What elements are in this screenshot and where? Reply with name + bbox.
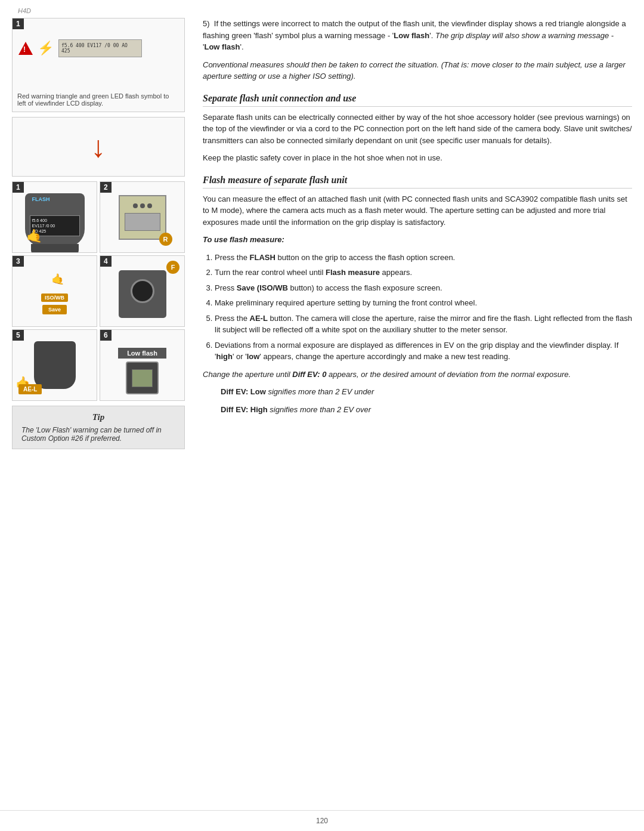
grid-cell-2: 2 R: [100, 181, 185, 253]
warning-triangle-icon: [18, 42, 33, 55]
grid-cell-6: 6 Low flash: [100, 329, 185, 401]
hand-icon-1: 🤙: [26, 228, 42, 244]
cell1-content: FLASH f5.6 400 EV117 /0 00 AO 425 🤙: [23, 186, 86, 249]
steps-list: Press the FLASH button on the grip to ac…: [203, 252, 632, 363]
grid-cell-5: 5 🤙 AE-L: [12, 329, 97, 401]
lcd-text: f5.6 400 EV117 /0 00 AO 425: [61, 43, 139, 54]
left-column: 1 ⚡ f5.6 400 EV117 /0 00 AO 425 Red warn…: [12, 18, 191, 810]
change-aperture-text: Change the aperture until Diff EV: 0 app…: [203, 369, 632, 381]
grid-cell-4: 4 F: [100, 255, 185, 327]
lens-icon: [131, 279, 154, 303]
flash-bolt-icon: ⚡: [38, 41, 54, 56]
grip-screen: [132, 369, 153, 387]
flash-measure-bold: Flash measure: [326, 268, 380, 277]
grid-cell-3-number: 3: [13, 256, 24, 267]
grid-figures: 1 FLASH f5.6 400 EV117 /0 00 AO 425 🤙: [12, 181, 185, 401]
to-use-title: To use flash measure:: [203, 234, 632, 246]
tip-box: Tip The 'Low Flash' warning can be turne…: [12, 406, 185, 449]
lcd-panel-icon: [119, 195, 166, 240]
high-bold: high: [216, 352, 232, 361]
grid-cell-3: 3 🤙 ISO/WB Save: [12, 255, 97, 327]
lcd-dot-2: [140, 203, 145, 208]
lcd-dot-3: [147, 203, 152, 208]
ae-l-label: AE-L: [18, 384, 42, 394]
intro-item5-text: 5) If the settings were incorrect to mat…: [203, 18, 632, 53]
low-flash-bold-1: Low flash: [394, 31, 429, 40]
grid-cell-4-number: 4: [100, 256, 112, 267]
grid-cell-5-number: 5: [13, 330, 24, 341]
step-1: Press the FLASH button on the grip to ac…: [215, 252, 632, 264]
right-column: 5) If the settings were incorrect to mat…: [191, 18, 632, 810]
low-flash-bold-2: Low flash: [204, 42, 240, 51]
iso-wb-label: ISO/WB: [41, 294, 68, 302]
flash-bold: FLASH: [250, 253, 275, 262]
lcd-screen: [125, 213, 160, 231]
brand-label: H4D: [18, 7, 31, 14]
step-6: Deviations from a normal exposure are di…: [215, 339, 632, 363]
diff-ev-high-text: Diff EV: High signifies more than 2 EV o…: [221, 404, 632, 416]
step-3: Press Save (ISO/WB button) to access the…: [215, 282, 632, 294]
step-4: Make preliminary required aperture setti…: [215, 297, 632, 309]
step-5: Press the AE-L button. The camera will c…: [215, 313, 632, 336]
tip-title: Tip: [21, 412, 175, 422]
diff-ev-high-bold: Diff EV: High: [221, 405, 268, 414]
grid-cell-6-number: 6: [100, 330, 112, 341]
diff-ev-low-bold: Diff EV: Low: [221, 387, 266, 396]
conventional-note: Conventional measures should then be tak…: [203, 59, 632, 82]
arrow-down-box: ↓: [12, 117, 185, 177]
section-title-1: Separate flash unit connection and use: [203, 93, 632, 107]
save-label: Save: [42, 305, 67, 314]
cell5-content: 🤙 AE-L: [13, 330, 97, 400]
grid-cell-1: 1 FLASH f5.6 400 EV117 /0 00 AO 425 🤙: [12, 181, 97, 253]
section1-p2: Keep the plastic safety cover in place i…: [203, 152, 632, 164]
content-area: 1 ⚡ f5.6 400 EV117 /0 00 AO 425 Red warn…: [0, 18, 644, 810]
step-2: Turn the rear control wheel until Flash …: [215, 267, 632, 279]
lcd-dot-1: [133, 203, 138, 208]
page-header: H4D: [0, 0, 644, 18]
low-bold: low: [247, 352, 260, 361]
page: H4D 1 ⚡ f5.6 400 EV117 /0 00 AO 425 Red …: [0, 0, 644, 831]
camera-lcd-row: ⚡ f5.6 400 EV117 /0 00 AO 425: [18, 39, 142, 57]
figure-1-number: 1: [13, 18, 24, 29]
grid-cell-2-number: 2: [100, 182, 112, 193]
diff-ev-low-italic: signifies more than 2 EV under: [268, 387, 374, 396]
figure-1-box: 1 ⚡ f5.6 400 EV117 /0 00 AO 425 Red warn…: [12, 18, 185, 112]
diff-ev-high-italic: signifies more than 2 EV over: [270, 405, 371, 414]
section-title-2: Flash measure of separate flash unit: [203, 175, 632, 189]
camera-front-icon: [119, 270, 166, 318]
page-footer: 120: [0, 810, 644, 831]
grip-device-icon: [126, 362, 159, 394]
save-isowb-bold: Save (ISO/WB: [237, 283, 288, 292]
change-aperture-italic: Change the aperture until Diff EV: 0 app…: [203, 370, 571, 379]
r-circle: R: [159, 233, 172, 246]
f-circle: F: [166, 261, 179, 274]
figure-1-content: ⚡ f5.6 400 EV117 /0 00 AO 425: [13, 18, 184, 90]
lcd-bar: f5.6 400 EV117 /0 00 AO 425: [58, 39, 142, 57]
diff-ev-0-bold: Diff EV: 0: [292, 370, 326, 379]
section2-p1: You can measure the effect of an attache…: [203, 193, 632, 228]
hand-icon-3: 🤙: [51, 273, 64, 286]
grid-cell-1-number: 1: [13, 182, 24, 193]
figure-1-caption: Red warning triangle and green LED flash…: [13, 90, 184, 112]
cell3-content: 🤙 ISO/WB Save: [41, 277, 68, 314]
flash-label: FLASH: [32, 196, 50, 202]
page-number: 120: [316, 817, 328, 825]
diff-ev-low-text: Diff EV: Low signifies more than 2 EV un…: [221, 386, 632, 398]
cell2-content: R: [119, 195, 166, 240]
lcd-dots: [133, 203, 152, 208]
low-flash-banner: Low flash: [118, 348, 166, 359]
diff-ev-block: Diff EV: Low signifies more than 2 EV un…: [203, 386, 632, 415]
tip-text: The 'Low Flash' warning can be turned of…: [21, 426, 175, 443]
arrow-down-icon: ↓: [91, 129, 106, 164]
section1-p1: Separate flash units can be electrically…: [203, 112, 632, 147]
ae-l-bold: AE-L: [250, 314, 268, 323]
camera-body-5: [34, 341, 76, 389]
